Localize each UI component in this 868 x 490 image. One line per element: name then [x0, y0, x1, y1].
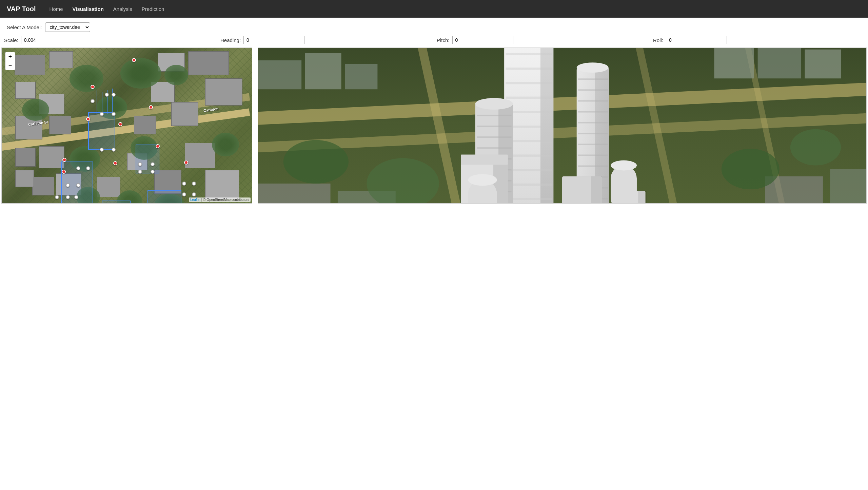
svg-point-83: [611, 161, 637, 171]
nav-visualisation[interactable]: Visualisation: [73, 6, 104, 12]
svg-rect-51: [578, 144, 608, 145]
svg-point-16: [283, 140, 349, 184]
marker-white-3[interactable]: [112, 93, 116, 97]
marker-white-10[interactable]: [66, 183, 70, 187]
svg-rect-31: [506, 82, 552, 84]
zoom-in-button[interactable]: +: [5, 52, 15, 61]
view3d-background[interactable]: ©: [258, 48, 866, 203]
svg-point-18: [722, 149, 780, 189]
marker-white-29[interactable]: [182, 182, 186, 186]
map-left-frame[interactable]: Carleton St Carleton + − Leaflet | © Ope…: [1, 48, 252, 204]
selection-rect-1[interactable]: [88, 112, 115, 150]
marker-red-3[interactable]: [149, 105, 153, 109]
params-container: Scale: Heading: Pitch: Roll:: [0, 35, 868, 48]
svg-rect-9: [714, 48, 754, 78]
marker-white-14[interactable]: [74, 195, 78, 199]
marker-white-30[interactable]: [192, 182, 196, 186]
roll-param: Roll:: [650, 35, 867, 45]
marker-white-13[interactable]: [66, 195, 70, 199]
map-right-container: ©: [258, 48, 867, 204]
navbar: VAP Tool Home Visualisation Analysis Pre…: [0, 0, 868, 18]
svg-rect-46: [578, 89, 608, 91]
model-selector-row: Select A Model: city_tower.dae house.dae…: [0, 18, 868, 35]
zoom-out-button[interactable]: −: [5, 61, 15, 70]
vert-line-1d: [112, 89, 113, 114]
pitch-input[interactable]: [452, 36, 513, 44]
model-label: Select A Model:: [7, 24, 42, 30]
svg-point-80: [468, 174, 497, 186]
svg-rect-8: [345, 64, 377, 89]
svg-rect-15: [830, 169, 866, 203]
scale-input[interactable]: [21, 36, 82, 44]
marker-white-27[interactable]: [138, 170, 142, 174]
svg-rect-11: [805, 50, 841, 78]
marker-red-10[interactable]: [184, 161, 188, 165]
zoom-controls: + −: [5, 52, 15, 70]
marker-white-12[interactable]: [55, 195, 59, 199]
svg-rect-70: [461, 154, 508, 165]
svg-rect-47: [578, 100, 608, 101]
app-brand: VAP Tool: [7, 5, 36, 13]
marker-white-8[interactable]: [76, 166, 80, 170]
vert-line-1b: [97, 90, 97, 114]
marker-white-26[interactable]: [151, 162, 155, 166]
selection-rect-5[interactable]: [136, 145, 159, 173]
marker-white-28[interactable]: [151, 170, 155, 174]
roll-input[interactable]: [666, 36, 727, 44]
svg-rect-50: [578, 133, 608, 134]
svg-rect-7: [305, 53, 341, 89]
vert-line-1: [102, 92, 102, 114]
nav-home[interactable]: Home: [50, 6, 63, 12]
svg-rect-60: [477, 115, 512, 116]
roll-label: Roll:: [653, 37, 663, 43]
marker-white-6[interactable]: [100, 148, 104, 152]
svg-point-19: [790, 129, 841, 166]
marker-red-2[interactable]: [91, 85, 95, 89]
marker-white-2[interactable]: [105, 93, 109, 97]
street-label-carleton-2: Carleton: [203, 107, 219, 113]
map-right-frame[interactable]: ©: [258, 48, 867, 204]
heading-input[interactable]: [243, 36, 304, 44]
svg-rect-72: [591, 176, 602, 204]
svg-rect-10: [758, 48, 801, 78]
marker-red-5[interactable]: [118, 122, 122, 126]
svg-rect-49: [578, 122, 608, 123]
leaflet-link[interactable]: Leaflet: [190, 198, 200, 202]
marker-red-9[interactable]: [62, 170, 66, 174]
map-left-container: Carleton St Carleton + − Leaflet | © Ope…: [1, 48, 252, 204]
selection-rect-4[interactable]: [147, 190, 181, 204]
scale-param: Scale:: [1, 35, 218, 45]
marker-red-6[interactable]: [156, 144, 160, 148]
marker-white-5[interactable]: [112, 112, 116, 116]
svg-rect-30: [506, 68, 552, 70]
heading-label: Heading:: [220, 37, 241, 43]
svg-rect-32: [506, 97, 552, 99]
selection-rect-3[interactable]: [102, 201, 131, 204]
svg-rect-45: [578, 78, 608, 80]
satellite-map[interactable]: Carleton St Carleton + − Leaflet | © Ope…: [2, 48, 252, 203]
svg-point-44: [577, 62, 609, 73]
scale-label: Scale:: [4, 37, 18, 43]
marker-white-32[interactable]: [192, 192, 196, 196]
marker-red-7[interactable]: [62, 158, 66, 162]
marker-white-11[interactable]: [76, 183, 80, 187]
svg-rect-52: [578, 154, 608, 156]
svg-rect-6: [258, 60, 301, 89]
marker-white-31[interactable]: [182, 192, 186, 196]
marker-red-1[interactable]: [132, 58, 136, 62]
svg-rect-61: [477, 126, 512, 127]
nav-prediction[interactable]: Prediction: [142, 6, 164, 12]
model-select[interactable]: city_tower.dae house.dae skyscraper.dae: [45, 22, 90, 32]
nav-analysis[interactable]: Analysis: [113, 6, 132, 12]
marker-white-9[interactable]: [86, 166, 90, 170]
marker-white-7[interactable]: [112, 148, 116, 152]
svg-point-59: [475, 98, 513, 110]
marker-red-8[interactable]: [113, 161, 117, 165]
marker-white-25[interactable]: [138, 162, 142, 166]
svg-rect-82: [611, 165, 637, 203]
svg-rect-74: [638, 191, 647, 203]
marker-white-1[interactable]: [91, 99, 95, 103]
marker-white-4[interactable]: [100, 112, 104, 116]
contributors-attribution: contributors: [232, 198, 249, 202]
marker-red-4[interactable]: [86, 117, 90, 121]
